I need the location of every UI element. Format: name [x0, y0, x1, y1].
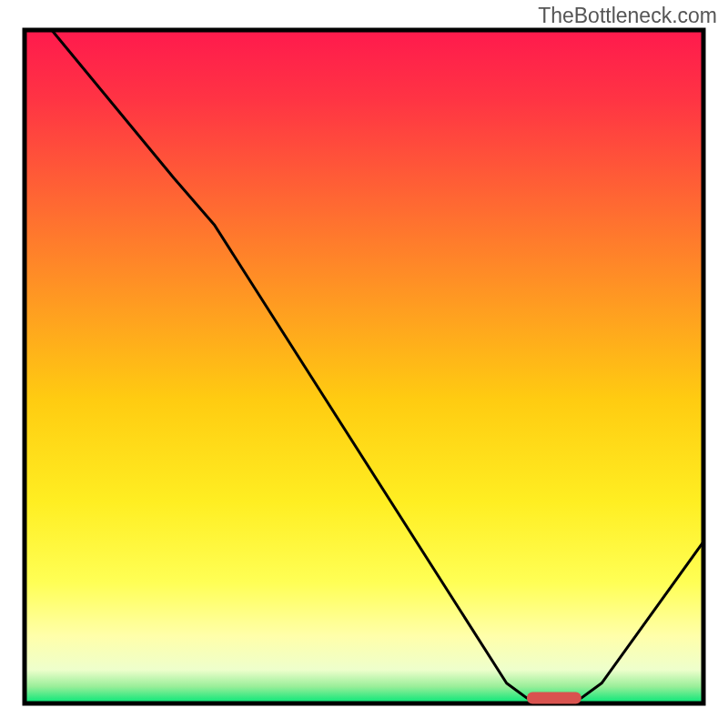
chart-container: TheBottleneck.com [0, 0, 728, 728]
bottleneck-chart [0, 0, 728, 728]
optimal-marker [527, 693, 581, 704]
watermark-text: TheBottleneck.com [538, 4, 717, 28]
plot-background [25, 30, 703, 703]
